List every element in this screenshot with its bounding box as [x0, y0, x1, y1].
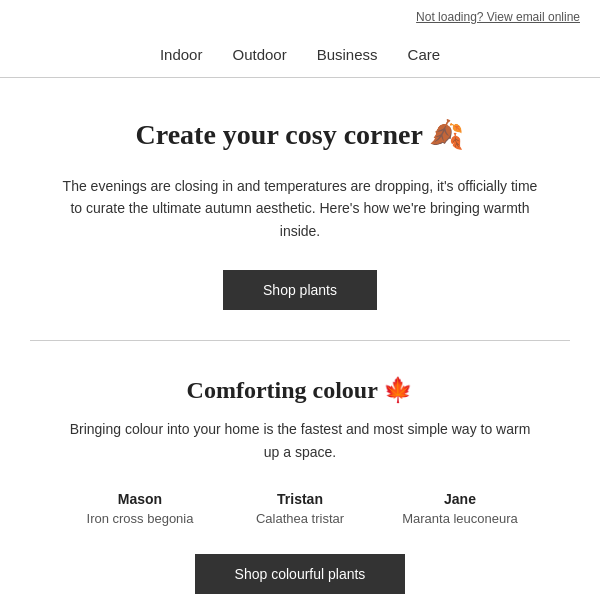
plant-species-tristan: Calathea tristar — [230, 511, 370, 526]
colour-section-body: Bringing colour into your home is the fa… — [60, 418, 540, 463]
nav-item-care[interactable]: Care — [408, 46, 441, 63]
plant-species-jane: Maranta leuconeura — [390, 511, 530, 526]
plant-item-mason: Mason Iron cross begonia — [70, 491, 210, 526]
nav-item-business[interactable]: Business — [317, 46, 378, 63]
shop-plants-button[interactable]: Shop plants — [223, 270, 377, 310]
navigation: Indoor Outdoor Business Care — [0, 34, 600, 78]
plant-name-mason: Mason — [70, 491, 210, 507]
shop-colourful-plants-button[interactable]: Shop colourful plants — [195, 554, 406, 594]
hero-section: Create your cosy corner 🍂 The evenings a… — [0, 78, 600, 340]
hero-body: The evenings are closing in and temperat… — [60, 175, 540, 242]
plant-item-tristan: Tristan Calathea tristar — [230, 491, 370, 526]
view-email-link[interactable]: Not loading? View email online — [416, 10, 580, 24]
nav-item-outdoor[interactable]: Outdoor — [232, 46, 286, 63]
hero-title: Create your cosy corner 🍂 — [50, 118, 550, 151]
colour-section: Comforting colour 🍁 Bringing colour into… — [0, 341, 600, 600]
plant-species-mason: Iron cross begonia — [70, 511, 210, 526]
plant-name-jane: Jane — [390, 491, 530, 507]
plant-item-jane: Jane Maranta leuconeura — [390, 491, 530, 526]
colour-section-title: Comforting colour 🍁 — [50, 376, 550, 404]
nav-item-indoor[interactable]: Indoor — [160, 46, 203, 63]
top-banner: Not loading? View email online — [0, 0, 600, 34]
plant-name-tristan: Tristan — [230, 491, 370, 507]
plants-grid: Mason Iron cross begonia Tristan Calathe… — [50, 491, 550, 526]
